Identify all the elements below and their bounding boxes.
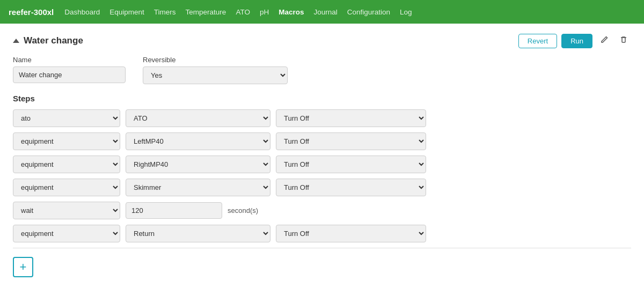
nav-link-temperature[interactable]: Temperature	[186, 8, 226, 16]
nav-link-timers[interactable]: Timers	[154, 8, 176, 16]
wait-value-input-4[interactable]	[126, 202, 222, 219]
revert-button[interactable]: Revert	[518, 34, 557, 48]
nav-link-dashboard[interactable]: Dashboard	[64, 8, 100, 16]
step-type-select-5[interactable]: equipment	[13, 225, 120, 242]
wait-unit-label-4: second(s)	[228, 206, 258, 215]
nav-link-equipment[interactable]: Equipment	[109, 8, 144, 16]
trash-icon	[619, 35, 628, 44]
step-device-select-5[interactable]: Return	[126, 225, 270, 242]
step-device-select-0[interactable]: ATO	[126, 109, 270, 127]
edit-icon	[600, 35, 609, 44]
step-type-select-1[interactable]: equipment	[13, 132, 120, 150]
step-action-select-5[interactable]: Turn Off	[276, 225, 426, 242]
nav-link-macros[interactable]: Macros	[279, 8, 304, 16]
step-action-select-0[interactable]: Turn Off	[276, 109, 426, 127]
brand-title: reefer-300xl	[9, 8, 54, 17]
step-row: equipmentSkimmerTurn Off	[13, 179, 631, 196]
add-step-button[interactable]: +	[13, 257, 33, 277]
step-device-select-2[interactable]: RightMP40	[126, 156, 270, 173]
nav-links: DashboardEquipmentTimersTemperatureATOpH…	[64, 8, 412, 16]
step-device-select-1[interactable]: LeftMP40	[126, 132, 270, 150]
nav-link-configuration[interactable]: Configuration	[347, 8, 390, 16]
name-group: Name	[13, 56, 126, 84]
reversible-group: Reversible Yes No	[143, 56, 288, 84]
step-row: equipmentLeftMP40Turn Off	[13, 132, 631, 150]
nav-link-ato[interactable]: ATO	[236, 8, 250, 16]
macro-title: Water change	[13, 35, 83, 46]
step-row: equipmentReturnTurn Off	[13, 225, 631, 242]
step-row: atoATOTurn Off	[13, 109, 631, 127]
step-type-select-4[interactable]: wait	[13, 202, 120, 219]
step-type-select-0[interactable]: ato	[13, 109, 120, 127]
step-type-select-2[interactable]: equipment	[13, 156, 120, 173]
name-label: Name	[13, 56, 126, 64]
steps-container: atoATOTurn OffequipmentLeftMP40Turn Offe…	[13, 109, 631, 242]
reversible-select[interactable]: Yes No	[143, 66, 288, 84]
form-row: Name Reversible Yes No	[13, 56, 631, 84]
steps-label: Steps	[13, 94, 631, 103]
step-type-select-3[interactable]: equipment	[13, 179, 120, 196]
step-row: equipmentRightMP40Turn Off	[13, 156, 631, 173]
main-content: Water change Revert Run Name Reversible	[0, 24, 644, 290]
step-row: waitsecond(s)	[13, 202, 631, 219]
reversible-label: Reversible	[143, 56, 288, 64]
divider	[13, 248, 631, 248]
nav-link-log[interactable]: Log	[400, 8, 412, 16]
nav-link-journal[interactable]: Journal	[313, 8, 337, 16]
name-input[interactable]	[13, 66, 126, 83]
header-actions: Revert Run	[518, 33, 631, 48]
step-action-select-1[interactable]: Turn Off	[276, 132, 426, 150]
step-action-select-2[interactable]: Turn Off	[276, 156, 426, 173]
nav-link-ph[interactable]: pH	[260, 8, 269, 16]
step-action-select-3[interactable]: Turn Off	[276, 179, 426, 196]
edit-button[interactable]	[597, 33, 612, 48]
delete-button[interactable]	[616, 33, 631, 48]
header-row: Water change Revert Run	[13, 33, 631, 48]
navbar: reefer-300xl DashboardEquipmentTimersTem…	[0, 0, 644, 24]
chevron-up-icon[interactable]	[13, 39, 19, 43]
step-device-select-3[interactable]: Skimmer	[126, 179, 270, 196]
run-button[interactable]: Run	[561, 34, 592, 48]
macro-title-text: Water change	[24, 35, 83, 46]
